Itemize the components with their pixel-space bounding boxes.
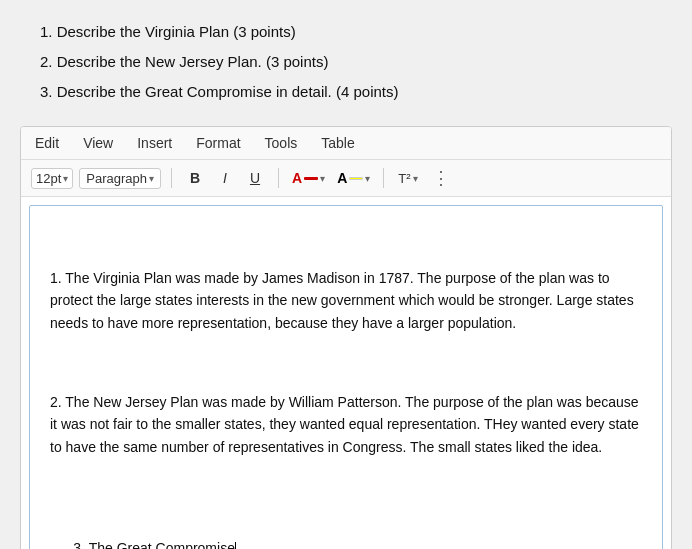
highlight-color-button[interactable]: A ▾ — [334, 168, 373, 188]
question-3: 3. Describe the Great Compromise in deta… — [40, 80, 672, 104]
superscript-chevron-icon: ▾ — [413, 173, 418, 184]
editor-paragraph-2: 2. The New Jersey Plan was made by Willi… — [50, 391, 642, 458]
more-options-button[interactable]: ⋮ — [428, 165, 454, 191]
menu-table[interactable]: Table — [317, 133, 358, 153]
italic-button[interactable]: I — [212, 165, 238, 191]
superscript-label: T² — [398, 171, 410, 186]
toolbar-divider-2 — [278, 168, 279, 188]
font-size-value: 12pt — [36, 171, 61, 186]
font-size-chevron-icon: ▾ — [63, 173, 68, 184]
question-2: 2. Describe the New Jersey Plan. (3 poin… — [40, 50, 672, 74]
font-color-button[interactable]: A ▾ — [289, 168, 328, 188]
text-cursor — [235, 542, 236, 549]
highlight-color-indicator — [349, 177, 363, 180]
toolbar-divider-3 — [383, 168, 384, 188]
paragraph-style-dropdown[interactable]: Paragraph ▾ — [79, 168, 161, 189]
editor-body[interactable]: 1. The Virginia Plan was made by James M… — [29, 205, 663, 549]
toolbar: 12pt ▾ Paragraph ▾ B I U A ▾ A ▾ T² ▾ — [21, 160, 671, 197]
question-1: 1. Describe the Virginia Plan (3 points) — [40, 20, 672, 44]
toolbar-divider-1 — [171, 168, 172, 188]
menu-view[interactable]: View — [79, 133, 117, 153]
superscript-button[interactable]: T² ▾ — [394, 169, 421, 188]
editor-paragraph-3: 3. The Great Compromise — [50, 515, 642, 549]
font-color-label: A — [292, 170, 302, 186]
underline-button[interactable]: U — [242, 165, 268, 191]
paragraph-style-value: Paragraph — [86, 171, 147, 186]
menu-format[interactable]: Format — [192, 133, 244, 153]
paragraph-chevron-icon: ▾ — [149, 173, 154, 184]
text-format-group: B I U — [182, 165, 268, 191]
font-color-chevron-icon: ▾ — [320, 173, 325, 184]
menu-edit[interactable]: Edit — [31, 133, 63, 153]
highlight-label: A — [337, 170, 347, 186]
menu-tools[interactable]: Tools — [261, 133, 302, 153]
font-color-indicator — [304, 177, 318, 180]
editor-container: Edit View Insert Format Tools Table 12pt… — [20, 126, 672, 549]
question-list: 1. Describe the Virginia Plan (3 points)… — [20, 10, 672, 126]
bold-button[interactable]: B — [182, 165, 208, 191]
highlight-chevron-icon: ▾ — [365, 173, 370, 184]
editor-paragraph-1: 1. The Virginia Plan was made by James M… — [50, 267, 642, 334]
font-size-dropdown[interactable]: 12pt ▾ — [31, 168, 73, 189]
menu-insert[interactable]: Insert — [133, 133, 176, 153]
menu-bar: Edit View Insert Format Tools Table — [21, 127, 671, 160]
